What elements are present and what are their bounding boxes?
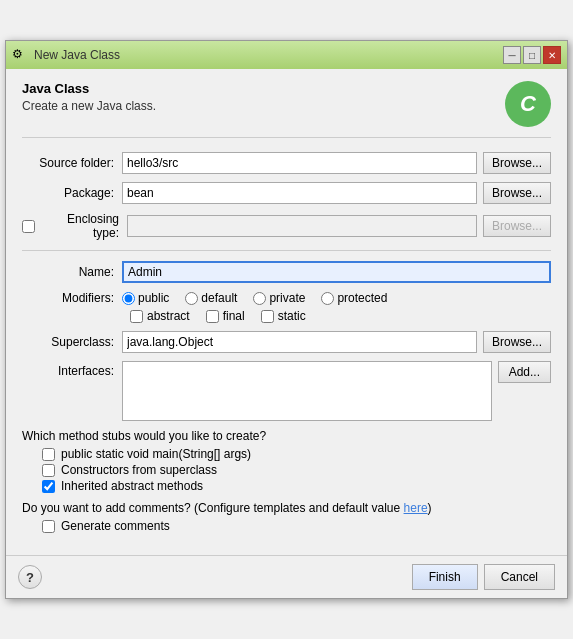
modifier-static[interactable]: static — [261, 309, 306, 323]
logo-letter: C — [520, 91, 536, 117]
modifier-public-label: public — [138, 291, 169, 305]
modifier-private-radio[interactable] — [253, 292, 266, 305]
name-input[interactable] — [122, 261, 551, 283]
modifier-static-checkbox[interactable] — [261, 310, 274, 323]
enclosing-type-checkbox[interactable] — [22, 220, 35, 233]
comments-question: Do you want to add comments? (Configure … — [22, 501, 551, 515]
modifiers-label: Modifiers: — [22, 291, 122, 305]
modifiers-row: Modifiers: public default private protec… — [22, 291, 551, 305]
header-text: Java Class Create a new Java class. — [22, 81, 156, 113]
source-folder-row: Source folder: Browse... — [22, 152, 551, 174]
interfaces-buttons: Add... — [498, 361, 551, 383]
modifier-default-label: default — [201, 291, 237, 305]
generate-comments-item: Generate comments — [22, 519, 551, 533]
main-window: ⚙ New Java Class ─ □ ✕ Java Class Create… — [5, 40, 568, 599]
modifier-check-row: abstract final static — [22, 309, 551, 323]
window-title: New Java Class — [34, 48, 120, 62]
stub-inherited-label: Inherited abstract methods — [61, 479, 203, 493]
source-folder-label: Source folder: — [22, 156, 122, 170]
header-subtitle: Create a new Java class. — [22, 99, 156, 113]
interfaces-textarea[interactable] — [122, 361, 492, 421]
stub-main-checkbox[interactable] — [42, 448, 55, 461]
superclass-browse-button[interactable]: Browse... — [483, 331, 551, 353]
minimize-button[interactable]: ─ — [503, 46, 521, 64]
superclass-label: Superclass: — [22, 335, 122, 349]
header-title: Java Class — [22, 81, 156, 96]
window-icon: ⚙ — [12, 47, 28, 63]
enclosing-type-label: Enclosing type: — [39, 212, 127, 240]
enclosing-type-row: Enclosing type: Browse... — [22, 212, 551, 240]
modifier-static-label: static — [278, 309, 306, 323]
modifier-default-radio[interactable] — [185, 292, 198, 305]
dialog-content: Java Class Create a new Java class. C So… — [6, 69, 567, 555]
enclosing-browse-button[interactable]: Browse... — [483, 215, 551, 237]
modifier-protected-radio[interactable] — [321, 292, 334, 305]
modifier-protected[interactable]: protected — [321, 291, 387, 305]
comments-section: Do you want to add comments? (Configure … — [22, 501, 551, 533]
package-label: Package: — [22, 186, 122, 200]
cancel-button[interactable]: Cancel — [484, 564, 555, 590]
package-browse-button[interactable]: Browse... — [483, 182, 551, 204]
modifier-abstract-label: abstract — [147, 309, 190, 323]
modifier-final-checkbox[interactable] — [206, 310, 219, 323]
close-button[interactable]: ✕ — [543, 46, 561, 64]
stub-inherited-checkbox[interactable] — [42, 480, 55, 493]
source-folder-input[interactable] — [122, 152, 477, 174]
title-bar: ⚙ New Java Class ─ □ ✕ — [6, 41, 567, 69]
modifier-private-label: private — [269, 291, 305, 305]
help-button[interactable]: ? — [18, 565, 42, 589]
stub-main-label: public static void main(String[] args) — [61, 447, 251, 461]
name-label: Name: — [22, 265, 122, 279]
stubs-section: Which method stubs would you like to cre… — [22, 429, 551, 493]
package-input[interactable] — [122, 182, 477, 204]
stub-constructors-label: Constructors from superclass — [61, 463, 217, 477]
restore-button[interactable]: □ — [523, 46, 541, 64]
modifier-abstract[interactable]: abstract — [130, 309, 190, 323]
stub-main-method: public static void main(String[] args) — [22, 447, 551, 461]
interfaces-row: Interfaces: Add... — [22, 361, 551, 421]
stub-constructors: Constructors from superclass — [22, 463, 551, 477]
modifier-final-label: final — [223, 309, 245, 323]
header-logo: C — [505, 81, 551, 127]
stub-constructors-checkbox[interactable] — [42, 464, 55, 477]
dialog-header: Java Class Create a new Java class. C — [22, 81, 551, 138]
comments-question-text: Do you want to add comments? (Configure … — [22, 501, 400, 515]
modifier-public[interactable]: public — [122, 291, 169, 305]
source-folder-browse-button[interactable]: Browse... — [483, 152, 551, 174]
modifier-final[interactable]: final — [206, 309, 245, 323]
superclass-row: Superclass: Browse... — [22, 331, 551, 353]
interfaces-label: Interfaces: — [22, 361, 122, 378]
finish-button[interactable]: Finish — [412, 564, 478, 590]
comments-here-link[interactable]: here — [404, 501, 428, 515]
modifier-abstract-checkbox[interactable] — [130, 310, 143, 323]
title-bar-left: ⚙ New Java Class — [12, 47, 120, 63]
interfaces-add-button[interactable]: Add... — [498, 361, 551, 383]
modifier-default[interactable]: default — [185, 291, 237, 305]
modifiers-group: public default private protected — [122, 291, 387, 305]
title-bar-controls: ─ □ ✕ — [503, 46, 561, 64]
modifier-protected-label: protected — [337, 291, 387, 305]
name-row: Name: — [22, 261, 551, 283]
stub-inherited: Inherited abstract methods — [22, 479, 551, 493]
stubs-question: Which method stubs would you like to cre… — [22, 429, 551, 443]
bottom-action-buttons: Finish Cancel — [412, 564, 555, 590]
bottom-bar: ? Finish Cancel — [6, 555, 567, 598]
package-row: Package: Browse... — [22, 182, 551, 204]
enclosing-type-input[interactable] — [127, 215, 477, 237]
modifier-private[interactable]: private — [253, 291, 305, 305]
separator-1 — [22, 250, 551, 251]
generate-comments-label: Generate comments — [61, 519, 170, 533]
modifier-public-radio[interactable] — [122, 292, 135, 305]
superclass-input[interactable] — [122, 331, 477, 353]
generate-comments-checkbox[interactable] — [42, 520, 55, 533]
